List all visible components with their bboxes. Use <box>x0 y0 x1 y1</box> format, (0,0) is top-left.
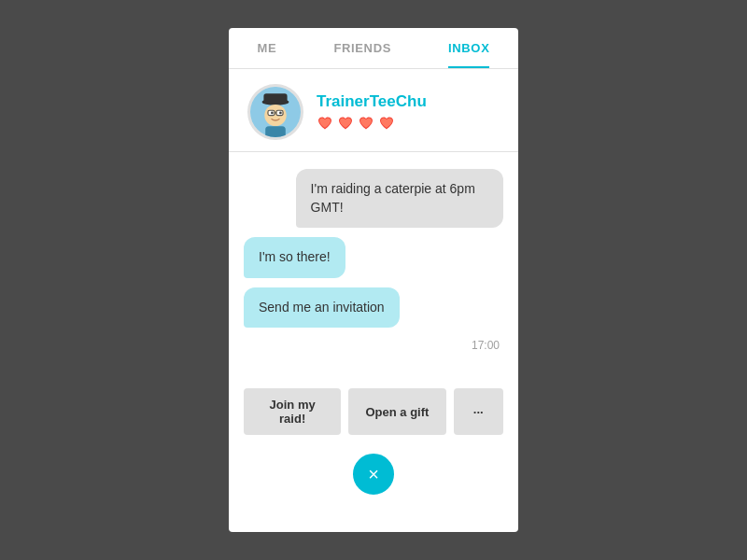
heart-icon-1 <box>317 115 333 132</box>
svg-rect-2 <box>263 93 287 104</box>
svg-point-6 <box>271 112 274 115</box>
avatar-svg <box>250 84 301 140</box>
close-button-wrap: × <box>229 448 518 504</box>
join-raid-button[interactable]: Join my raid! <box>244 388 341 435</box>
chat-area: I'm raiding a caterpie at 6pm GMT! I'm s… <box>229 152 518 379</box>
message-card: ME FRIENDS INBOX <box>229 28 518 532</box>
more-button[interactable]: ··· <box>454 388 503 435</box>
svg-point-3 <box>264 105 286 126</box>
heart-icon-4 <box>378 115 395 132</box>
profile-section: TrainerTeeChu <box>229 69 518 152</box>
tab-bar: ME FRIENDS INBOX <box>229 28 518 69</box>
message-received: I'm raiding a caterpie at 6pm GMT! <box>296 169 503 228</box>
profile-info: TrainerTeeChu <box>317 92 427 132</box>
svg-point-7 <box>279 112 282 115</box>
tab-friends[interactable]: FRIENDS <box>333 41 391 68</box>
heart-icon-3 <box>358 115 374 132</box>
message-sent-1: I'm so there! <box>244 237 345 278</box>
svg-rect-11 <box>265 126 286 138</box>
avatar <box>247 84 303 140</box>
open-gift-button[interactable]: Open a gift <box>348 388 445 435</box>
message-timestamp: 17:00 <box>244 339 503 352</box>
message-sent-2: Send me an invitation <box>244 287 400 329</box>
action-buttons-row: Join my raid! Open a gift ··· <box>229 379 518 448</box>
tab-inbox[interactable]: INBOX <box>448 41 489 68</box>
close-button[interactable]: × <box>353 454 394 495</box>
hearts-row <box>317 115 427 132</box>
tab-me[interactable]: ME <box>258 41 277 68</box>
heart-icon-2 <box>337 115 354 132</box>
username-label: TrainerTeeChu <box>317 92 427 111</box>
